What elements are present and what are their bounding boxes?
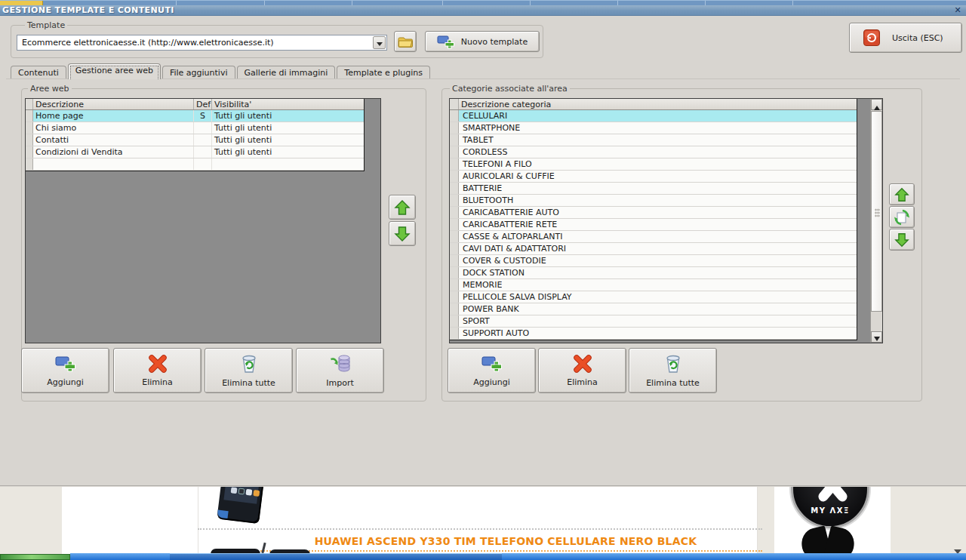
- category-row[interactable]: AURICOLARI & CUFFIE: [450, 171, 857, 183]
- arrow-down-icon: [393, 225, 411, 243]
- background-green-bar: [0, 554, 70, 560]
- category-label: CELLULARI: [459, 110, 507, 122]
- elimina-label: Elimina: [142, 377, 173, 387]
- open-folder-button[interactable]: [394, 31, 417, 52]
- aree-web-row[interactable]: Home page S Tutti gli utenti: [26, 110, 364, 122]
- cell-visibilita: Tutti gli utenti: [212, 122, 363, 134]
- category-label: AURICOLARI & CUFFIE: [459, 171, 555, 182]
- aree-elimina-tutte-button[interactable]: Elimina tutte: [205, 348, 293, 393]
- col-def[interactable]: Def: [194, 99, 212, 109]
- category-row[interactable]: BATTERIE: [450, 183, 857, 195]
- cell-visibilita: Tutti gli utenti: [212, 110, 363, 122]
- cat-aggiungi-button[interactable]: Aggiungi: [448, 348, 536, 393]
- cat-elimina-tutte-button[interactable]: Elimina tutte: [629, 348, 717, 393]
- tab-label: File aggiuntivi: [170, 68, 228, 78]
- recycle-bin-icon: [240, 354, 258, 374]
- cat-elimina-button[interactable]: Elimina: [538, 348, 626, 393]
- elimina-tutte-label: Elimina tutte: [222, 378, 275, 388]
- category-label: MEMORIE: [459, 279, 502, 291]
- tab-label: Contenuti: [18, 68, 59, 78]
- tab-contenuti[interactable]: Contenuti: [11, 66, 66, 79]
- tab-gestione-aree-web[interactable]: Gestione aree web: [68, 63, 161, 79]
- template-combobox-value: Ecommerce elettronicaesse.it (http://www…: [22, 38, 274, 48]
- move-up-button[interactable]: [389, 195, 416, 220]
- move-down-button[interactable]: [389, 221, 416, 246]
- category-label: POWER BANK: [459, 303, 519, 315]
- arrow-up-icon: [894, 186, 910, 203]
- tab-label: Template e plugins: [344, 68, 423, 78]
- categorie-rows: Descrizione categoria CELLULARI SMARTPHO…: [450, 99, 857, 340]
- tab-gallerie-di-immagini[interactable]: Gallerie di immagini: [237, 66, 336, 79]
- row-selector: [450, 291, 459, 303]
- scroll-down-icon[interactable]: [871, 331, 882, 343]
- tab-file-aggiuntivi[interactable]: File aggiuntivi: [162, 66, 235, 79]
- scrollbar-thumb[interactable]: [871, 111, 882, 312]
- chevron-down-icon[interactable]: [373, 36, 386, 49]
- product-link[interactable]: HUAWEI ASCEND Y330 TIM TELEFONO CELLULAR…: [249, 535, 762, 547]
- tab-template-e-plugins[interactable]: Template e plugins: [337, 66, 430, 79]
- category-move-up-button[interactable]: [889, 183, 915, 205]
- category-label: CAVI DATI & ADATTATORI: [459, 243, 566, 254]
- window-edge-segment: [170, 553, 502, 560]
- category-refresh-button[interactable]: [889, 206, 915, 228]
- row-selector: [450, 110, 459, 122]
- category-row[interactable]: TABLET: [450, 134, 857, 146]
- aree-aggiungi-button[interactable]: Aggiungi: [21, 348, 109, 393]
- database-import-icon: [330, 354, 351, 374]
- category-row[interactable]: MEMORIE: [450, 279, 857, 291]
- aree-web-legend: Aree web: [28, 84, 72, 94]
- aree-web-empty-row[interactable]: [26, 158, 364, 171]
- new-template-button[interactable]: Nuovo template: [425, 31, 540, 52]
- aree-import-button[interactable]: Import: [296, 348, 384, 393]
- category-row[interactable]: PELLICOLE SALVA DISPLAY: [450, 291, 857, 303]
- row-selector-header: [450, 99, 459, 109]
- aree-elimina-button[interactable]: Elimina: [113, 348, 202, 393]
- category-row[interactable]: CASSE & ALTOPARLANTI: [450, 231, 857, 243]
- scroll-up-icon[interactable]: [871, 99, 882, 110]
- category-row[interactable]: POWER BANK: [450, 303, 857, 315]
- row-selector: [450, 315, 459, 327]
- category-row[interactable]: CAVI DATI & ADATTATORI: [450, 243, 857, 255]
- category-row[interactable]: SPORT: [450, 315, 857, 328]
- col-descrizione-categoria[interactable]: Descrizione categoria: [459, 99, 857, 109]
- product-image-phone: [217, 487, 264, 524]
- category-label: TELEFONI A FILO: [459, 158, 532, 170]
- category-label: COVER & CUSTODIE: [459, 255, 546, 266]
- cell-def: [194, 122, 212, 134]
- category-row[interactable]: BLUETOOTH: [450, 195, 857, 207]
- category-row[interactable]: CELLULARI: [450, 110, 857, 122]
- category-row[interactable]: TELEFONI A FILO: [450, 158, 857, 171]
- recycle-bin-icon: [664, 354, 682, 374]
- row-selector: [450, 303, 459, 315]
- category-move-down-button[interactable]: [889, 229, 915, 251]
- tab-bar: Contenuti Gestione aree web File aggiunt…: [11, 63, 432, 79]
- row-selector: [450, 219, 459, 230]
- category-row[interactable]: CORDLESS: [450, 146, 857, 158]
- aree-web-row[interactable]: Contatti Tutti gli utenti: [26, 134, 364, 146]
- col-visibilita[interactable]: Visibilita': [212, 99, 363, 109]
- category-row[interactable]: DOCK STATION: [450, 267, 857, 279]
- aree-web-grid: Descrizione Def Visibilita' Home page S …: [25, 98, 381, 343]
- delete-x-icon: [148, 355, 168, 373]
- categorie-scrollbar[interactable]: [870, 99, 882, 343]
- category-label: SUPPORTI AUTO: [459, 328, 529, 339]
- close-icon[interactable]: ✕: [952, 5, 963, 15]
- col-descrizione[interactable]: Descrizione: [33, 99, 194, 109]
- category-row[interactable]: COVER & CUSTODIE: [450, 255, 857, 267]
- power-icon: [863, 29, 880, 46]
- elimina-tutte-label: Elimina tutte: [646, 378, 700, 388]
- category-label: PELLICOLE SALVA DISPLAY: [459, 291, 572, 303]
- aree-web-row[interactable]: Condizioni di Vendita Tutti gli utenti: [26, 146, 364, 158]
- category-row[interactable]: CARICABATTERIE AUTO: [450, 207, 857, 219]
- background-window-edge: [70, 553, 966, 560]
- category-row[interactable]: SMARTPHONE: [450, 122, 857, 134]
- row-selector: [450, 267, 459, 278]
- exit-button[interactable]: Uscita (ESC): [849, 23, 962, 53]
- category-row[interactable]: SUPPORTI AUTO: [450, 328, 857, 340]
- elimina-label: Elimina: [567, 377, 598, 387]
- category-label: DOCK STATION: [459, 267, 525, 278]
- aree-web-row[interactable]: Chi siamo Tutti gli utenti: [26, 122, 364, 134]
- aggiungi-label: Aggiungi: [47, 377, 84, 387]
- category-row[interactable]: CARICABATTERIE RETE: [450, 219, 857, 231]
- template-combobox[interactable]: Ecommerce elettronicaesse.it (http://www…: [17, 35, 387, 51]
